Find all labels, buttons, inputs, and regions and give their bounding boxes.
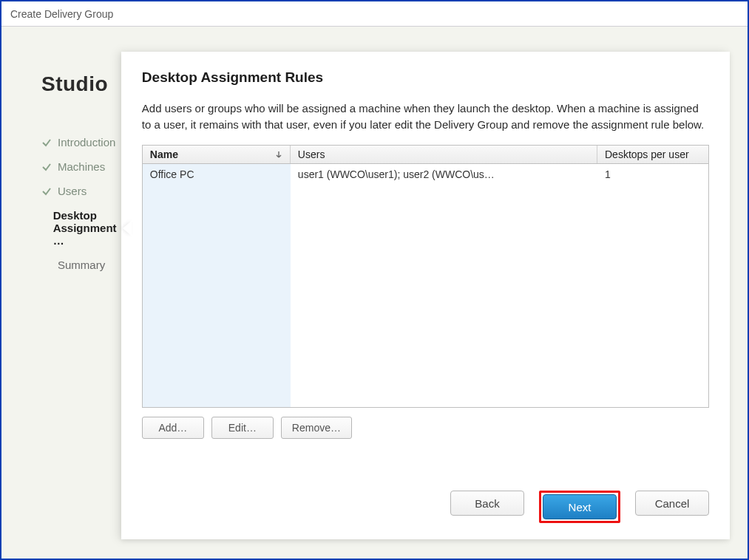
check-icon bbox=[41, 186, 52, 197]
table-rest-background bbox=[291, 185, 708, 407]
cell-users: user1 (WWCO\user1); user2 (WWCO\us… bbox=[291, 164, 597, 185]
step-label: Desktop Assignment … bbox=[53, 209, 121, 247]
column-header-desktops-per-user[interactable]: Desktops per user bbox=[597, 146, 708, 163]
wizard-nav-buttons: Back Next Cancel bbox=[142, 465, 709, 523]
sort-descending-icon bbox=[275, 151, 282, 158]
step-label: Users bbox=[58, 185, 87, 197]
step-introduction[interactable]: Introduction bbox=[41, 130, 121, 154]
next-button[interactable]: Next bbox=[543, 494, 617, 519]
table-header-row: Name Users Desktops per user bbox=[143, 146, 708, 164]
step-label: Machines bbox=[58, 160, 105, 173]
check-icon bbox=[41, 162, 52, 172]
product-brand: Studio bbox=[41, 72, 121, 96]
cancel-button[interactable]: Cancel bbox=[635, 491, 709, 516]
cell-name: Office PC bbox=[143, 164, 291, 185]
step-desktop-assignment[interactable]: Desktop Assignment … bbox=[41, 203, 121, 253]
remove-button[interactable]: Remove… bbox=[281, 417, 352, 439]
step-label: Introduction bbox=[58, 136, 115, 148]
step-summary[interactable]: Summary bbox=[41, 253, 121, 277]
wizard-sidebar: Studio Introduction Machines bbox=[19, 52, 121, 539]
page-heading: Desktop Assignment Rules bbox=[142, 69, 709, 86]
column-header-name[interactable]: Name bbox=[143, 146, 291, 163]
wizard-steps: Introduction Machines Users Desk bbox=[41, 130, 121, 277]
edit-button[interactable]: Edit… bbox=[211, 417, 274, 439]
wizard-window: Create Delivery Group Studio Introductio… bbox=[0, 0, 749, 560]
step-label: Summary bbox=[58, 259, 105, 271]
wizard-page: Desktop Assignment Rules Add users or gr… bbox=[121, 52, 730, 539]
back-button[interactable]: Back bbox=[450, 491, 524, 516]
step-users[interactable]: Users bbox=[41, 179, 121, 203]
column-header-label: Desktops per user bbox=[605, 148, 689, 160]
column-header-users[interactable]: Users bbox=[291, 146, 597, 163]
table-row[interactable]: Office PC user1 (WWCO\user1); user2 (WWC… bbox=[143, 164, 708, 185]
window-title: Create Delivery Group bbox=[10, 8, 113, 20]
table-name-column-background bbox=[143, 185, 291, 407]
column-header-label: Name bbox=[150, 148, 178, 160]
column-header-label: Users bbox=[298, 148, 325, 160]
wizard-body: Studio Introduction Machines bbox=[1, 27, 748, 559]
page-description: Add users or groups who will be assigned… bbox=[142, 100, 709, 133]
table-action-buttons: Add… Edit… Remove… bbox=[142, 417, 709, 439]
step-machines[interactable]: Machines bbox=[41, 154, 121, 179]
add-button[interactable]: Add… bbox=[142, 417, 204, 439]
next-button-highlight: Next bbox=[539, 491, 620, 523]
table-empty-area bbox=[143, 185, 708, 407]
title-bar: Create Delivery Group bbox=[1, 1, 748, 27]
rules-table: Name Users Desktops per user Office PC u… bbox=[142, 145, 709, 408]
cell-desktops-per-user: 1 bbox=[597, 164, 708, 185]
check-icon bbox=[41, 137, 52, 148]
